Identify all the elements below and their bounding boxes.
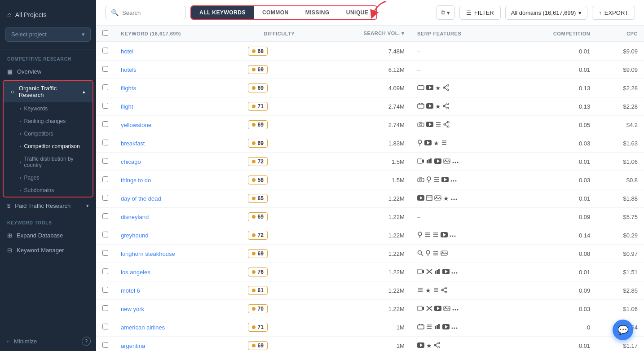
difficulty-dot	[252, 49, 256, 53]
all-projects-link[interactable]: ⌂ All Projects	[5, 7, 91, 22]
yt-icon	[441, 232, 448, 239]
domains-select[interactable]: All domains (16,617,699) ▾	[505, 6, 588, 20]
difficulty-badge: 71	[248, 323, 268, 332]
row-checkbox-cell	[96, 61, 115, 79]
table-row: argentina 69 1M ★ 0.01 $1.17	[96, 337, 644, 351]
header-keyword[interactable]: KEYWORD (16,617,699)	[115, 26, 242, 42]
yt-icon	[424, 140, 432, 147]
chat-button[interactable]: 💬	[613, 320, 633, 340]
sidebar-item-subdomains[interactable]: Subdomains	[4, 184, 93, 197]
sidebar-item-paid-traffic[interactable]: $ Paid Traffic Research ▾	[0, 198, 96, 213]
sidebar-item-competitors[interactable]: Competitors	[4, 127, 93, 140]
row-search-vol: 1M	[318, 337, 411, 351]
tab-missing[interactable]: MISSING	[297, 6, 338, 19]
select-project-dropdown[interactable]: Select project ▾	[5, 27, 91, 42]
sidebar-item-ranking-changes[interactable]: Ranking changes	[4, 115, 93, 127]
row-checkbox-8[interactable]	[102, 195, 108, 201]
keyword-link-14[interactable]: new york	[121, 306, 144, 312]
row-checkbox-1[interactable]	[102, 66, 108, 72]
svg-line-30	[445, 122, 447, 124]
list-icon	[433, 287, 439, 294]
row-checkbox-11[interactable]	[102, 250, 108, 256]
keyword-link-16[interactable]: argentina	[121, 342, 145, 349]
row-checkbox-7[interactable]	[102, 176, 108, 182]
row-checkbox-16[interactable]	[102, 342, 108, 348]
tab-common[interactable]: COMMON	[254, 6, 297, 19]
keyword-link-9[interactable]: disneyland	[121, 214, 149, 220]
help-button[interactable]: ?	[82, 337, 91, 346]
sidebar-item-pages[interactable]: Pages	[4, 171, 93, 184]
row-competition: 0	[510, 318, 597, 337]
keyword-link-13[interactable]: motel 6	[121, 287, 140, 294]
row-difficulty: 58	[242, 171, 318, 189]
tv-icon	[417, 103, 424, 110]
organic-traffic-group: ○ Organic Traffic Research ▴ Keywords Ra…	[3, 80, 93, 197]
sidebar-item-expand-db[interactable]: ⊞ Expand Database	[0, 228, 96, 243]
row-cpc: $1.06	[596, 300, 644, 318]
difficulty-badge: 69	[248, 83, 268, 92]
keyword-link-1[interactable]: hotels	[121, 66, 137, 73]
keywords-label: Keywords	[24, 105, 48, 112]
row-cpc: $5.75	[596, 208, 644, 226]
table-row: hotels 69 6.12M – 0.01 $9.09	[96, 61, 644, 79]
minimize-label: Minimize	[14, 338, 37, 345]
sidebar-item-competitor-comparison[interactable]: Competitor comparison	[4, 140, 93, 153]
filter-button[interactable]: ☰ FILTER	[459, 6, 501, 20]
keyword-link-10[interactable]: greyhound	[121, 232, 148, 239]
keyword-link-4[interactable]: yellowstone	[121, 122, 151, 128]
row-serp-icons	[411, 263, 510, 281]
row-competition: 0.13	[510, 97, 597, 116]
row-checkbox-4[interactable]	[102, 121, 108, 127]
row-checkbox-10[interactable]	[102, 232, 108, 237]
difficulty-badge: 69	[248, 139, 268, 148]
keyword-link-11[interactable]: longhorn steakhouse	[121, 250, 175, 257]
difficulty-badge: 68	[248, 47, 268, 56]
organic-icon: ○	[11, 88, 14, 95]
keyword-link-5[interactable]: breakfast	[121, 140, 145, 147]
keyword-link-12[interactable]: los angeles	[121, 269, 150, 276]
export-button[interactable]: ↑ EXPORT	[592, 6, 635, 20]
keyword-link-2[interactable]: flights	[121, 85, 136, 92]
select-all-checkbox[interactable]	[102, 30, 108, 36]
star-icon: ★	[435, 84, 441, 92]
tab-all-keywords[interactable]: ALL KEYWORDS	[191, 6, 254, 19]
sidebar-item-organic-traffic[interactable]: ○ Organic Traffic Research ▴	[4, 81, 93, 102]
sidebar-item-overview[interactable]: ▦ Overview	[0, 64, 96, 79]
row-checkbox-12[interactable]	[102, 268, 108, 274]
svg-point-86	[426, 250, 430, 254]
row-checkbox-9[interactable]	[102, 213, 108, 219]
search-box[interactable]: 🔍	[105, 6, 186, 19]
keyword-link-7[interactable]: things to do	[121, 177, 151, 184]
row-checkbox-6[interactable]	[102, 158, 108, 164]
row-checkbox-3[interactable]	[102, 103, 108, 109]
keyword-link-8[interactable]: day of the dead	[121, 195, 161, 202]
table-row: motel 6 61 1.22M ★ 0.09 $2.85	[96, 281, 644, 300]
keyword-link-6[interactable]: chicago	[121, 158, 141, 165]
minimize-button[interactable]: ← Minimize	[5, 338, 37, 345]
table-row: hotel 68 7.48M – 0.01 $9.09	[96, 42, 644, 61]
svg-point-100	[454, 272, 455, 274]
search-input[interactable]	[122, 9, 181, 16]
mag-icon	[417, 250, 423, 258]
header-difficulty[interactable]: DIFFICULTY	[242, 26, 318, 42]
row-difficulty: 69	[242, 208, 318, 226]
row-checkbox-15[interactable]	[102, 324, 108, 329]
keyword-link-3[interactable]: flight	[121, 103, 133, 110]
row-checkbox-2[interactable]	[102, 84, 108, 90]
row-checkbox-14[interactable]	[102, 305, 108, 311]
sidebar-item-keyword-manager[interactable]: ⊟ Keyword Manager	[0, 243, 96, 258]
row-checkbox-0[interactable]	[102, 48, 108, 53]
difficulty-dot	[252, 215, 256, 219]
sidebar-item-traffic-distribution[interactable]: Traffic distribution by country	[4, 153, 93, 171]
bar-icon	[426, 158, 432, 165]
header-search-vol[interactable]: SEARCH VOL. ▾	[318, 26, 411, 42]
keyword-link-15[interactable]: american airlines	[121, 324, 165, 331]
row-checkbox-13[interactable]	[102, 287, 108, 293]
row-checkbox-5[interactable]	[102, 140, 108, 145]
copy-button[interactable]: ⧉ ▾	[436, 5, 455, 20]
sidebar-item-keywords[interactable]: Keywords	[4, 102, 93, 115]
svg-rect-41	[428, 159, 430, 163]
svg-point-69	[453, 199, 454, 200]
row-serp-icons: –	[411, 208, 510, 226]
keyword-link-0[interactable]: hotel	[121, 48, 133, 55]
